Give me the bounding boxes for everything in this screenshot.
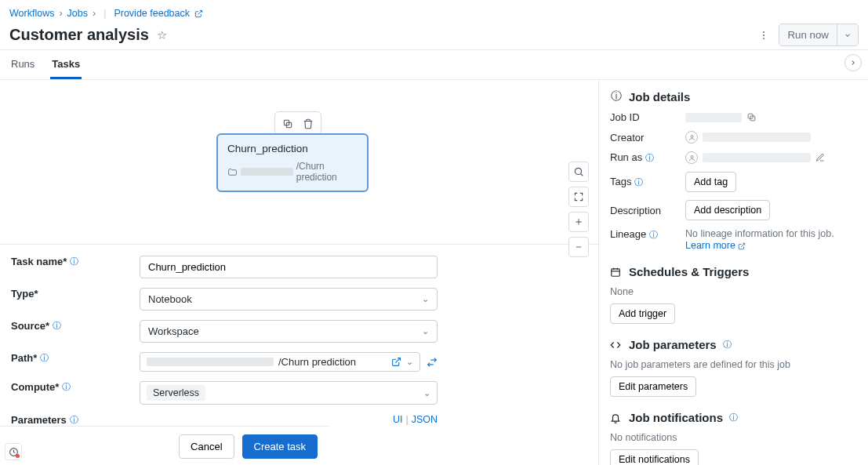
job-id-label: Job ID: [610, 111, 685, 123]
svg-point-6: [575, 168, 581, 174]
job-id-value: [685, 113, 742, 122]
path-placeholder: [147, 358, 274, 366]
edit-run-as-button[interactable]: [815, 153, 825, 162]
canvas-search-button[interactable]: [568, 162, 589, 182]
creator-label: Creator: [610, 132, 685, 143]
collapse-panel-button[interactable]: [844, 54, 862, 71]
params-json-toggle[interactable]: JSON: [412, 414, 438, 425]
source-select[interactable]: Workspace⌄: [140, 320, 438, 343]
lineage-text: No lineage information for this job.: [685, 228, 857, 239]
canvas-fullscreen-button[interactable]: [568, 187, 589, 207]
run-as-value: [703, 153, 811, 162]
svg-point-3: [763, 38, 764, 39]
chevron-down-icon: ⌄: [422, 326, 429, 336]
svg-point-14: [691, 155, 693, 158]
kebab-menu-icon[interactable]: [755, 27, 772, 44]
swap-path-icon[interactable]: [427, 357, 438, 368]
lineage-label: Lineage: [610, 228, 646, 240]
chevron-down-icon: ⌄: [422, 294, 429, 304]
breadcrumb-workflows[interactable]: Workflows: [9, 8, 54, 19]
tags-label: Tags: [610, 176, 631, 187]
add-tag-button[interactable]: Add tag: [685, 172, 736, 192]
lineage-learn-more-link[interactable]: Learn more: [685, 240, 746, 251]
params-ui-toggle[interactable]: UI: [393, 414, 403, 425]
info-icon[interactable]: ⓘ: [40, 352, 49, 364]
task-card[interactable]: Churn_prediction /Churn prediction: [216, 133, 369, 192]
user-icon: [685, 131, 698, 143]
chevron-right-icon: ›: [93, 8, 96, 19]
schedules-none-text: None: [610, 286, 857, 297]
svg-line-8: [395, 358, 400, 363]
description-label: Description: [610, 205, 685, 216]
creator-value: [703, 133, 811, 142]
run-now-dropdown[interactable]: [837, 24, 858, 45]
canvas-zoom-out-button[interactable]: －: [568, 237, 589, 257]
open-notebook-icon[interactable]: [391, 357, 401, 367]
run-now-button[interactable]: Run now: [779, 24, 837, 45]
svg-line-0: [198, 11, 202, 15]
info-icon[interactable]: ⓘ: [70, 256, 78, 267]
canvas-zoom-in-button[interactable]: ＋: [568, 212, 589, 232]
info-icon[interactable]: ⓘ: [53, 320, 61, 332]
job-details-heading: Job details: [629, 90, 690, 104]
svg-point-2: [763, 35, 764, 36]
path-input[interactable]: /Churn prediction ⌄: [140, 352, 420, 372]
folder-icon: [227, 167, 238, 177]
page-title: Customer analysis: [9, 26, 149, 44]
schedules-heading: Schedules & Triggers: [629, 265, 749, 278]
type-select[interactable]: Notebook⌄: [140, 288, 438, 311]
compute-label: Compute: [11, 381, 59, 393]
tab-tasks[interactable]: Tasks: [50, 50, 82, 79]
info-icon[interactable]: ⓘ: [723, 339, 732, 351]
task-path-placeholder: [241, 168, 293, 176]
task-graph-canvas[interactable]: Churn_prediction /Churn prediction ＋ －: [0, 80, 598, 245]
copy-task-button[interactable]: [278, 115, 297, 133]
info-icon[interactable]: ⓘ: [62, 381, 71, 393]
bell-icon: [610, 412, 623, 423]
run-as-label: Run as: [610, 151, 642, 163]
notification-dot-icon: [16, 454, 20, 458]
breadcrumb-jobs[interactable]: Jobs: [67, 8, 88, 19]
svg-line-15: [742, 243, 746, 247]
copy-job-id-button[interactable]: [746, 112, 757, 122]
history-icon[interactable]: [5, 443, 22, 460]
job-notifications-heading: Job notifications: [629, 411, 723, 424]
separator-icon: |: [104, 8, 106, 19]
info-icon: ⓘ: [610, 89, 623, 104]
parameters-label: Parameters: [11, 414, 67, 426]
task-name-label: Task name: [11, 256, 67, 267]
svg-point-1: [763, 31, 764, 32]
star-button[interactable]: ☆: [157, 28, 167, 42]
add-description-button[interactable]: Add description: [685, 200, 770, 220]
info-icon[interactable]: ⓘ: [645, 153, 654, 162]
compute-chip: Serverless: [147, 385, 205, 401]
edit-notifications-button[interactable]: Edit notifications: [610, 449, 699, 465]
chevron-right-icon: ›: [59, 8, 62, 19]
cancel-button[interactable]: Cancel: [179, 434, 234, 459]
external-link-icon: [191, 8, 202, 19]
svg-line-7: [581, 174, 583, 176]
delete-task-button[interactable]: [299, 115, 318, 133]
source-label: Source: [11, 320, 49, 332]
compute-select[interactable]: Serverless ⌄: [140, 381, 438, 405]
parameters-none-text: No job parameters are defined for this j…: [610, 359, 857, 370]
path-suffix: /Churn prediction: [278, 356, 356, 368]
job-parameters-heading: Job parameters: [629, 338, 717, 351]
info-icon[interactable]: ⓘ: [729, 412, 738, 423]
info-icon[interactable]: ⓘ: [70, 414, 78, 426]
chevron-down-icon: ⌄: [423, 388, 430, 398]
task-path-suffix: /Churn prediction: [296, 161, 358, 183]
calendar-icon: [610, 267, 623, 278]
tab-runs[interactable]: Runs: [9, 50, 36, 79]
chevron-down-icon: ⌄: [406, 357, 413, 367]
path-label: Path: [11, 352, 37, 364]
provide-feedback-link[interactable]: Provide feedback: [114, 8, 202, 19]
no-notifications-text: No notifications: [610, 432, 857, 443]
task-name-input[interactable]: [140, 256, 438, 278]
add-trigger-button[interactable]: Add trigger: [610, 303, 675, 324]
edit-parameters-button[interactable]: Edit parameters: [610, 376, 696, 397]
svg-rect-16: [612, 268, 620, 275]
create-task-button[interactable]: Create task: [242, 434, 318, 459]
info-icon[interactable]: ⓘ: [649, 230, 658, 239]
info-icon[interactable]: ⓘ: [634, 177, 643, 187]
